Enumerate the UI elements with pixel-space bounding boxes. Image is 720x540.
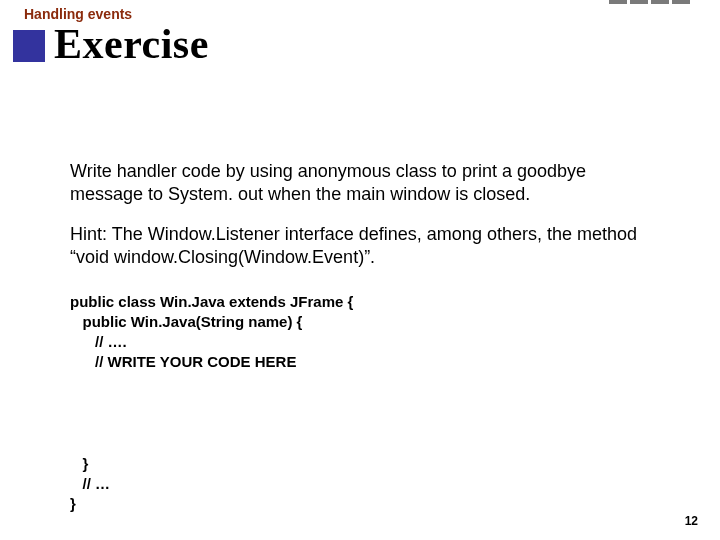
instruction-text: Write handler code by using anonymous cl…: [70, 160, 660, 207]
stripe: [672, 0, 690, 4]
code-line: public Win.Java(String name) {: [70, 313, 302, 330]
accent-square-icon: [13, 30, 45, 62]
slide-header: Handling events Exercise: [0, 0, 720, 98]
slide-title: Exercise: [54, 20, 209, 68]
gradient-band: [0, 64, 720, 104]
code-block: public class Win.Java extends JFrame { p…: [70, 292, 660, 515]
page-number: 12: [685, 514, 698, 528]
stripe: [609, 0, 627, 4]
slide-body: Write handler code by using anonymous cl…: [70, 160, 660, 514]
decorative-stripes: [609, 0, 690, 4]
hint-text: Hint: The Window.Listener interface defi…: [70, 223, 660, 270]
stripe: [651, 0, 669, 4]
code-line: // …: [70, 475, 110, 492]
code-line: // WRITE YOUR CODE HERE: [70, 353, 296, 370]
slide: Handling events Exercise Write handler c…: [0, 0, 720, 540]
stripe: [630, 0, 648, 4]
code-line: // ….: [70, 333, 127, 350]
code-line: }: [70, 495, 76, 512]
code-line: public class Win.Java extends JFrame {: [70, 293, 353, 310]
code-line: }: [70, 455, 88, 472]
